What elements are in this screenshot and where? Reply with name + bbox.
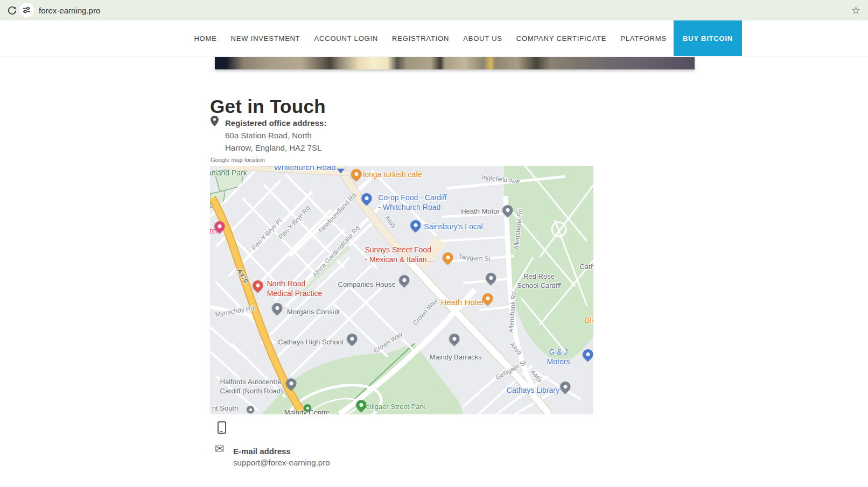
- email-section: E-mail address support@forex-earning.pro: [233, 446, 330, 468]
- nav-item-registration[interactable]: REGISTRATION: [385, 20, 456, 56]
- mobile-phone-icon: [218, 421, 226, 434]
- reload-icon[interactable]: [5, 4, 18, 17]
- map-pin-red-rose-school[interactable]: [484, 271, 499, 285]
- main-nav: HOMENEW INVESTMENTACCOUNT LOGINREGISTRAT…: [0, 20, 868, 57]
- address-label: Registered office address:: [225, 117, 326, 129]
- google-map-embed[interactable]: Maitland ParkWhitchurch Roadlonga turkis…: [210, 166, 593, 414]
- hero-image-sliver: [215, 57, 695, 69]
- nav-item-home[interactable]: HOME: [187, 20, 223, 56]
- nav-items: HOMENEW INVESTMENTACCOUNT LOGINREGISTRAT…: [187, 20, 742, 56]
- address-line-1: 60a Station Road, North: [225, 129, 326, 142]
- address-line-2: Harrow, England, HA2 7SL: [225, 142, 326, 154]
- map-pin-sunnys-street-food[interactable]: [441, 250, 456, 265]
- nav-item-buy-bitcoin[interactable]: BUY BITCOIN: [674, 20, 742, 56]
- envelope-icon: ✉: [215, 443, 225, 454]
- map-pin-maindy-barracks[interactable]: [447, 331, 462, 346]
- map-pin-cathays-high-school[interactable]: [345, 331, 360, 346]
- site-settings-icon[interactable]: [19, 3, 34, 17]
- map-pin-sainsburys-local[interactable]: [409, 218, 423, 232]
- map-pin-g-and-j-motors[interactable]: [581, 347, 593, 362]
- address-bar[interactable]: forex-earning.pro: [39, 0, 100, 20]
- nav-item-about-us[interactable]: ABOUT US: [456, 20, 509, 56]
- map-pin-nt-south-dot[interactable]: [247, 406, 254, 413]
- bookmark-star-icon[interactable]: ☆: [851, 0, 860, 20]
- map-pin-hotel[interactable]: [213, 219, 227, 234]
- map-pin-transit-arrow[interactable]: [337, 169, 345, 174]
- email-value: support@forex-earning.pro: [233, 457, 330, 468]
- nav-item-new-investment[interactable]: NEW INVESTMENT: [224, 20, 307, 56]
- email-label: E-mail address: [233, 446, 330, 457]
- map-pin-co-op-food[interactable]: [360, 191, 374, 206]
- map-pin-halfords-autocentre[interactable]: [284, 376, 299, 391]
- map-pin-heath-hotel[interactable]: [481, 291, 495, 306]
- location-pin-icon: [211, 116, 219, 129]
- nav-item-platforms[interactable]: PLATFORMS: [613, 20, 674, 56]
- map-pin-north-road-medical[interactable]: [251, 278, 265, 293]
- map-pin-morgans-consult[interactable]: [270, 301, 285, 315]
- map-pin-longa-turkish-cafe[interactable]: [349, 167, 364, 181]
- page-title: Get in Touch: [210, 96, 326, 117]
- map-pin-park-dot[interactable]: [304, 404, 311, 412]
- nav-item-company-certificate[interactable]: COMPANY CERTIFICATE: [509, 20, 613, 56]
- map-caption: Google map location: [211, 157, 265, 163]
- map-pin-cathays-library[interactable]: [558, 379, 573, 394]
- browser-toolbar: forex-earning.pro ☆: [0, 0, 868, 21]
- map-pins-layer: [210, 166, 593, 414]
- nav-item-account-login[interactable]: ACCOUNT LOGIN: [307, 20, 386, 56]
- registered-address: Registered office address: 60a Station R…: [225, 117, 326, 154]
- map-pin-heath-motor[interactable]: [501, 203, 515, 217]
- map-pin-gelligaer-street-park[interactable]: [354, 398, 369, 412]
- map-pin-companies-house[interactable]: [397, 273, 412, 287]
